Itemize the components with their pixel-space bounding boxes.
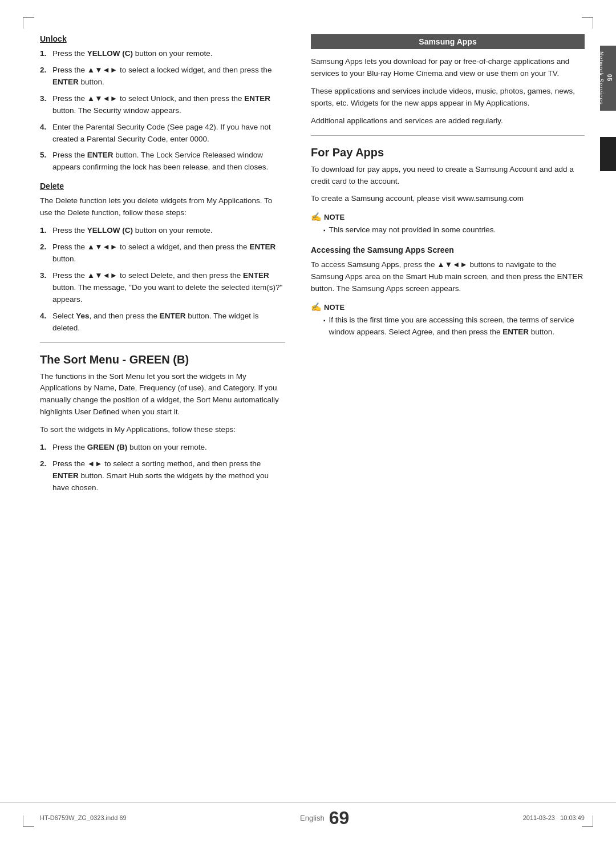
corner-mark-tl — [23, 17, 34, 29]
delete-step-1: 1. Press the YELLOW (C) button on your r… — [40, 225, 285, 237]
samsung-apps-para2: These applications and services include … — [311, 86, 585, 110]
for-pay-apps-para2: To create a Samsung account, please visi… — [311, 193, 585, 205]
chapter-tab-dark — [600, 137, 616, 171]
samsung-apps-para3: Additional applications and services are… — [311, 115, 585, 127]
unlock-step-3: 3. Press the ▲▼◄► to select Unlock, and … — [40, 93, 285, 117]
for-pay-apps-heading: For Pay Apps — [311, 146, 585, 159]
for-pay-apps-note: ✍ NOTE This service may not provided in … — [311, 212, 585, 236]
unlock-step-4: 4. Enter the Parental Security Code (See… — [40, 122, 285, 146]
delete-section: Delete The Delete function lets you dele… — [40, 181, 285, 334]
right-column: Samsung Apps Samsung Apps lets you downl… — [302, 34, 585, 502]
footer-file-label: HT-D6759W_ZG_0323.indd 69 — [40, 814, 127, 821]
chapter-number: 05 — [606, 74, 613, 82]
for-pay-apps-divider — [311, 135, 585, 136]
delete-step-2: 2. Press the ▲▼◄► to select a widget, an… — [40, 241, 285, 265]
page: 05 Network Services Unlock 1. Press the … — [0, 0, 616, 844]
sort-step-1: 1. Press the GREEN (B) button on your re… — [40, 442, 285, 454]
note-icon-1: ✍ — [311, 212, 322, 222]
footer-time: 10:03:49 — [560, 814, 585, 821]
chapter-name: Network Services — [598, 51, 604, 105]
sort-menu-section: The Sort Menu - GREEN (B) The functions … — [40, 342, 285, 494]
delete-step-4: 4. Select Yes, and then press the ENTER … — [40, 310, 285, 334]
unlock-steps-list: 1. Press the YELLOW (C) button on your r… — [40, 48, 285, 173]
delete-steps-list: 1. Press the YELLOW (C) button on your r… — [40, 225, 285, 334]
note-item-2: If this is the first time you are access… — [323, 314, 585, 338]
delete-step-3: 3. Press the ▲▼◄► to select Delete, and … — [40, 270, 285, 306]
footer-english-label: English — [300, 814, 325, 822]
note-icon-2: ✍ — [311, 302, 322, 312]
sort-menu-heading: The Sort Menu - GREEN (B) — [40, 353, 285, 366]
sort-menu-para1: The functions in the Sort Menu let you s… — [40, 371, 285, 419]
for-pay-apps-section: For Pay Apps To download for pay apps, y… — [311, 135, 585, 237]
note-list-1: This service may not provided in some co… — [323, 224, 585, 236]
chapter-tab: 05 Network Services — [600, 46, 616, 111]
sort-menu-para2: To sort the widgets in My Applications, … — [40, 424, 285, 436]
samsung-apps-para1: Samsung Apps lets you download for pay o… — [311, 56, 585, 80]
unlock-step-2: 2. Press the ▲▼◄► to select a locked wid… — [40, 64, 285, 88]
accessing-heading: Accessing the Samsung Apps Screen — [311, 245, 585, 255]
delete-intro: The Delete function lets you delete widg… — [40, 195, 285, 219]
samsung-apps-section: Samsung Apps Samsung Apps lets you downl… — [311, 34, 585, 127]
unlock-step-5: 5. Press the ENTER button. The Lock Serv… — [40, 150, 285, 173]
footer-datetime: 2011-03-23 10:03:49 — [523, 814, 585, 821]
sort-menu-divider — [40, 342, 285, 343]
note-title-1: ✍ NOTE — [311, 212, 585, 222]
accessing-section: Accessing the Samsung Apps Screen To acc… — [311, 245, 585, 338]
unlock-heading: Unlock — [40, 34, 285, 43]
footer-page-number: 69 — [329, 809, 350, 827]
delete-heading: Delete — [40, 181, 285, 191]
sort-step-2: 2. Press the ◄► to select a sorting meth… — [40, 458, 285, 494]
footer-page: English 69 — [300, 809, 349, 827]
left-column: Unlock 1. Press the YELLOW (C) button on… — [40, 34, 302, 502]
unlock-step-1: 1. Press the YELLOW (C) button on your r… — [40, 48, 285, 60]
accessing-para1: To access Samsung Apps, press the ▲▼◄► b… — [311, 259, 585, 295]
for-pay-apps-para1: To download for pay apps, you need to cr… — [311, 164, 585, 188]
footer-date: 2011-03-23 — [523, 814, 555, 821]
corner-mark-tr — [582, 17, 593, 29]
unlock-section: Unlock 1. Press the YELLOW (C) button on… — [40, 34, 285, 173]
note-title-2: ✍ NOTE — [311, 302, 585, 312]
accessing-note: ✍ NOTE If this is the first time you are… — [311, 302, 585, 338]
note-item-1: This service may not provided in some co… — [323, 224, 585, 236]
sort-menu-steps-list: 1. Press the GREEN (B) button on your re… — [40, 442, 285, 494]
samsung-apps-heading: Samsung Apps — [311, 34, 585, 49]
note-list-2: If this is the first time you are access… — [323, 314, 585, 338]
footer: HT-D6759W_ZG_0323.indd 69 English 69 201… — [0, 802, 616, 827]
main-content: Unlock 1. Press the YELLOW (C) button on… — [0, 0, 616, 536]
